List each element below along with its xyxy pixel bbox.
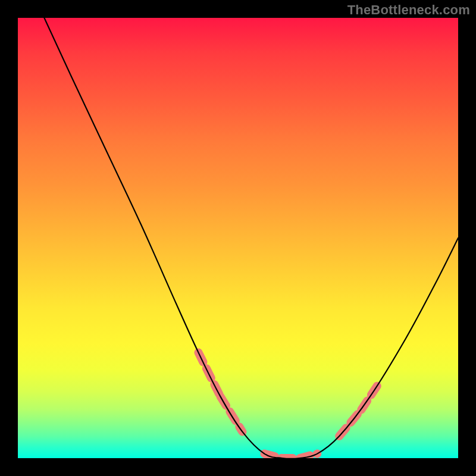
bottleneck-curve — [44, 18, 458, 458]
plot-area — [18, 18, 458, 458]
watermark-label: TheBottleneck.com — [347, 2, 470, 18]
chart-frame: TheBottleneck.com — [0, 0, 476, 476]
curve-svg — [18, 18, 458, 458]
